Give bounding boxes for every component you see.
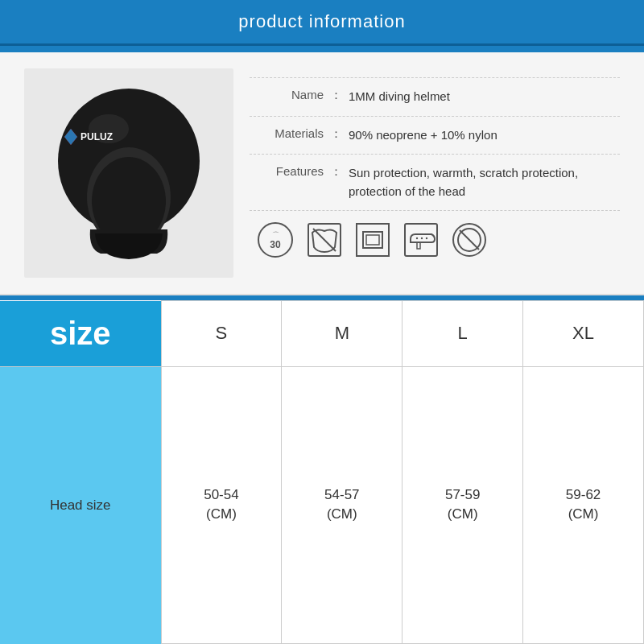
- head-size-row: Head size 50-54(CM) 54-57(CM) 57-59(CM) …: [0, 366, 644, 644]
- svg-point-13: [426, 237, 427, 239]
- no-wash-icon: [308, 223, 341, 257]
- blue-stripe-divider: [0, 46, 644, 52]
- head-size-xl: 59-62(CM): [523, 366, 644, 644]
- product-image: PULUZ: [40, 80, 217, 266]
- svg-point-12: [421, 237, 423, 239]
- head-size-label: Head size: [0, 366, 161, 644]
- iron-icon: [404, 223, 438, 257]
- size-table: size S M L XL Head size 50-54(CM) 54-57(…: [0, 300, 644, 644]
- materials-colon: ：: [330, 126, 342, 142]
- materials-label: Materials: [258, 126, 330, 140]
- size-col-s: S: [161, 301, 282, 367]
- size-col-xl: XL: [523, 301, 644, 367]
- materials-value: 90% neoprene + 10% nylon: [349, 126, 497, 145]
- name-value: 1MM diving helmet: [349, 88, 450, 106]
- no-tumble-icon: [356, 223, 390, 257]
- svg-point-11: [416, 237, 418, 239]
- product-details: Name ： 1MM diving helmet Materials ： 90%…: [250, 68, 620, 278]
- size-value-xl: 59-62(CM): [531, 485, 635, 524]
- features-row: Features ： Sun protection, warmth, scrat…: [250, 155, 620, 211]
- size-col-m: M: [282, 301, 402, 367]
- svg-line-7: [313, 229, 336, 251]
- features-colon: ：: [330, 164, 342, 180]
- product-section: PULUZ Name ： 1MM diving helmet Materials…: [0, 52, 644, 295]
- size-header-row: size S M L XL: [0, 301, 644, 367]
- head-size-l: 57-59(CM): [402, 366, 523, 644]
- size-value-m: 54-57(CM): [290, 485, 394, 524]
- svg-rect-10: [417, 242, 420, 249]
- care-icons-row: ⌒ 30: [250, 211, 620, 269]
- features-label: Features: [258, 164, 330, 178]
- size-title-cell: size: [0, 301, 161, 367]
- features-value: Sun protection, warmth, scratch protecti…: [349, 164, 612, 200]
- size-value-s: 50-54(CM): [170, 485, 274, 524]
- product-image-area: PULUZ: [24, 68, 233, 278]
- svg-line-15: [460, 230, 479, 250]
- no-bleach-icon: [452, 223, 486, 257]
- wash-30-icon: ⌒ 30: [258, 222, 293, 258]
- head-size-s: 50-54(CM): [161, 366, 282, 644]
- header: product information: [0, 0, 644, 46]
- materials-row: Materials ： 90% neoprene + 10% nylon: [250, 117, 620, 155]
- size-section: size S M L XL Head size 50-54(CM) 54-57(…: [0, 295, 644, 644]
- svg-rect-9: [366, 235, 379, 245]
- size-col-l: L: [402, 301, 523, 367]
- size-value-l: 57-59(CM): [411, 485, 514, 524]
- svg-point-6: [89, 114, 129, 143]
- head-size-m: 54-57(CM): [282, 366, 402, 644]
- name-row: Name ： 1MM diving helmet: [250, 77, 620, 117]
- name-label: Name: [258, 88, 330, 101]
- name-colon: ：: [330, 88, 342, 103]
- page-title: product information: [238, 11, 405, 31]
- page-wrapper: product information PULUZ: [0, 0, 644, 644]
